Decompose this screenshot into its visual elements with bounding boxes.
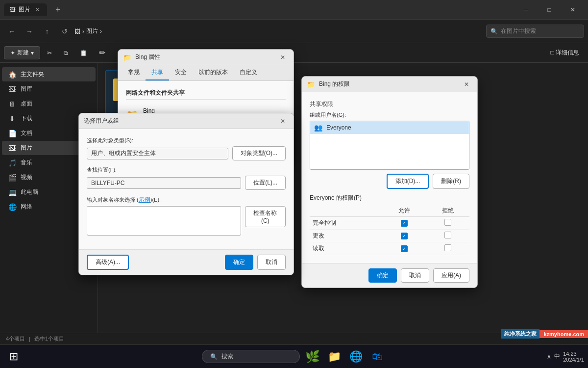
taskbar-nature-icon[interactable]: 🌿 — [304, 348, 321, 366]
bing-props-titlebar: 📁 Bing 属性 ✕ — [118, 50, 294, 65]
permissions-footer: 确定 取消 应用(A) — [302, 263, 477, 288]
perm-allow-cell[interactable]: ✓ — [382, 242, 426, 255]
select-user-body: 选择此对象类型(S): 对象类型(O)... 查找位置(F): 位置(L)...… — [79, 129, 294, 249]
up-btn[interactable]: ↑ — [39, 24, 55, 39]
detail-label: □ 详细信息 — [550, 49, 579, 57]
allow-checkbox[interactable]: ✓ — [401, 220, 408, 227]
add-btn[interactable]: 添加(D)... — [387, 174, 429, 189]
search-box[interactable]: 🔍 在图片中搜索 — [486, 25, 584, 38]
back-btn[interactable]: ← — [4, 24, 20, 39]
allow-checkbox[interactable]: ✓ — [401, 245, 408, 252]
paste-btn[interactable]: 📋 — [75, 48, 92, 58]
sidebar-label-videos: 视频 — [21, 173, 32, 182]
start-btn[interactable]: ⊞ — [4, 347, 24, 367]
deny-checkbox[interactable] — [444, 232, 451, 238]
tab-general[interactable]: 常规 — [122, 65, 146, 80]
taskbar-right: ∧ 中 14:232024/1/1 — [547, 351, 588, 363]
pictures-icon: 🖼 — [8, 144, 17, 152]
tray-up-icon[interactable]: ∧ — [547, 353, 551, 360]
taskbar-edge-icon[interactable]: 🌐 — [347, 348, 365, 366]
sidebar-item-gallery[interactable]: 🖼 图库 — [2, 82, 96, 96]
taskbar-left: ⊞ — [0, 347, 24, 367]
tab-close-btn[interactable]: ✕ — [33, 6, 41, 14]
content-toolbar: ✦ 新建 ▾ ✂ ⧉ 📋 ✏ ↑ 🗑 ≡ 排序 ▾ ⊞ 查看 ▾ ··· □ 详… — [0, 43, 588, 63]
perm-deny-cell[interactable] — [426, 242, 469, 255]
sidebar-label-music: 音乐 — [21, 158, 32, 167]
forward-btn[interactable]: → — [22, 24, 37, 39]
tab-custom[interactable]: 自定义 — [234, 65, 263, 80]
permissions-dialog[interactable]: 📁 Bing 的权限 ✕ 共享权限 组或用户名(G): 👥 Everyone 添… — [301, 76, 478, 288]
tab-sharing[interactable]: 共享 — [146, 65, 169, 80]
perm-row: 完全控制 ✓ — [310, 217, 469, 230]
tab-security[interactable]: 安全 — [169, 65, 193, 80]
new-tab-btn[interactable]: ＋ — [51, 3, 65, 17]
advanced-btn[interactable]: 高级(A)... — [87, 255, 129, 270]
select-user-cancel[interactable]: 取消 — [257, 255, 286, 270]
copy-btn[interactable]: ⧉ — [59, 48, 73, 58]
close-btn[interactable]: ✕ — [562, 2, 584, 18]
perm-deny-cell[interactable] — [426, 217, 469, 230]
refresh-btn[interactable]: ↺ — [57, 24, 73, 39]
object-name-textarea[interactable] — [87, 206, 241, 236]
perm-actions: 添加(D)... 删除(R) — [310, 174, 469, 189]
permissions-close[interactable]: ✕ — [461, 79, 472, 90]
bing-props-close[interactable]: ✕ — [277, 52, 289, 63]
taskbar-store-icon[interactable]: 🛍 — [368, 348, 386, 366]
share-perms-label: 共享权限 — [310, 100, 469, 108]
object-name-row: 检查名称(C) — [87, 206, 286, 236]
perm-allow-col: 允许 — [382, 205, 426, 217]
permissions-cancel[interactable]: 取消 — [401, 268, 429, 283]
sidebar-label-downloads: 下载 — [21, 114, 32, 123]
cut-btn[interactable]: ✂ — [42, 48, 57, 58]
tab-label: 图片 — [19, 5, 30, 14]
sidebar-item-home[interactable]: 🏠 主文件夹 — [2, 67, 96, 81]
explorer-tab[interactable]: 🖼 图片 ✕ — [4, 3, 47, 16]
example-link[interactable]: 示例 — [139, 196, 150, 203]
location-input[interactable] — [87, 177, 241, 189]
perm-deny-cell[interactable] — [426, 230, 469, 242]
breadcrumb-path: 图片 — [86, 27, 98, 35]
maximize-btn[interactable]: □ — [538, 2, 561, 18]
status-count: 4个项目 — [6, 335, 25, 342]
permissions-titlebar: 📁 Bing 的权限 ✕ — [302, 77, 477, 92]
perm-allow-cell[interactable]: ✓ — [382, 217, 426, 230]
allow-checkbox[interactable]: ✓ — [401, 233, 408, 239]
taskbar-files-icon[interactable]: 📁 — [325, 348, 343, 366]
perm-group-everyone[interactable]: 👥 Everyone — [310, 121, 469, 134]
permissions-apply[interactable]: 应用(A) — [433, 268, 469, 283]
object-type-input[interactable] — [87, 148, 228, 159]
select-user-dialog[interactable]: 选择用户或组 ✕ 选择此对象类型(S): 对象类型(O)... 查找位置(F):… — [78, 113, 294, 275]
perm-allow-cell[interactable]: ✓ — [382, 230, 426, 242]
tab-previous[interactable]: 以前的版本 — [193, 65, 234, 80]
location-label: 查找位置(F): — [87, 166, 286, 174]
new-btn[interactable]: ✦ 新建 ▾ — [4, 46, 40, 59]
taskbar-search-icon: 🔍 — [210, 353, 218, 360]
select-user-close[interactable]: ✕ — [277, 115, 289, 127]
location-btn[interactable]: 位置(L)... — [245, 176, 286, 190]
remove-btn[interactable]: 删除(R) — [433, 174, 469, 189]
breadcrumb-separator: › — [82, 28, 84, 35]
detail-btn[interactable]: □ 详细信息 — [545, 47, 584, 59]
deny-checkbox[interactable] — [444, 219, 451, 226]
permissions-ok[interactable]: 确定 — [368, 268, 397, 283]
bing-props-icon: 📁 — [123, 53, 131, 61]
sys-tray: ∧ 中 14:232024/1/1 — [547, 351, 584, 363]
status-selected: 选中1个项目 — [34, 335, 64, 342]
tab-icon: 🖼 — [10, 6, 16, 13]
sidebar-item-desktop[interactable]: 🖥 桌面 — [2, 97, 96, 111]
bing-props-tabs: 常规 共享 安全 以前的版本 自定义 — [118, 65, 294, 81]
rename-btn[interactable]: ✏ — [94, 46, 110, 59]
breadcrumb[interactable]: 🖼 › 图片 › — [74, 27, 484, 35]
taskbar-search[interactable]: 🔍 搜索 — [202, 350, 300, 363]
gallery-icon: 🖼 — [8, 85, 17, 93]
object-type-btn[interactable]: 对象类型(O)... — [232, 146, 286, 160]
minimize-btn[interactable]: ─ — [514, 2, 537, 18]
check-name-btn[interactable]: 检查名称(C) — [245, 206, 286, 227]
network-icon: 🌐 — [8, 203, 17, 211]
deny-checkbox[interactable] — [444, 244, 451, 251]
new-icon: ✦ — [10, 50, 15, 56]
select-user-ok[interactable]: 确定 — [225, 255, 253, 270]
perm-group-list[interactable]: 👥 Everyone — [310, 121, 469, 170]
nav-toolbar: ← → ↑ ↺ 🖼 › 图片 › 🔍 在图片中搜索 — [0, 20, 588, 43]
perm-deny-col: 拒绝 — [426, 205, 469, 217]
